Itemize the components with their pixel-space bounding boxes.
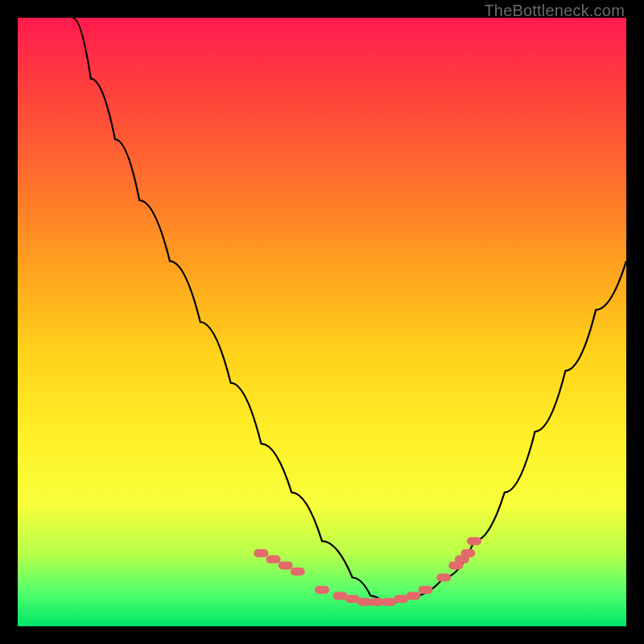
curve-marker bbox=[315, 586, 329, 594]
curve-marker bbox=[460, 549, 475, 557]
curve-marker bbox=[406, 592, 420, 600]
chart-frame bbox=[18, 18, 626, 626]
curve-marker bbox=[291, 568, 305, 576]
curve-marker bbox=[467, 537, 481, 545]
curve-marker bbox=[279, 561, 293, 569]
curve-marker bbox=[419, 586, 433, 594]
curve-marker bbox=[254, 549, 268, 557]
bottleneck-curve bbox=[18, 18, 626, 626]
curve-marker bbox=[266, 555, 281, 564]
watermark-text: TheBottleneck.com bbox=[484, 2, 625, 20]
curve-marker bbox=[436, 574, 451, 582]
